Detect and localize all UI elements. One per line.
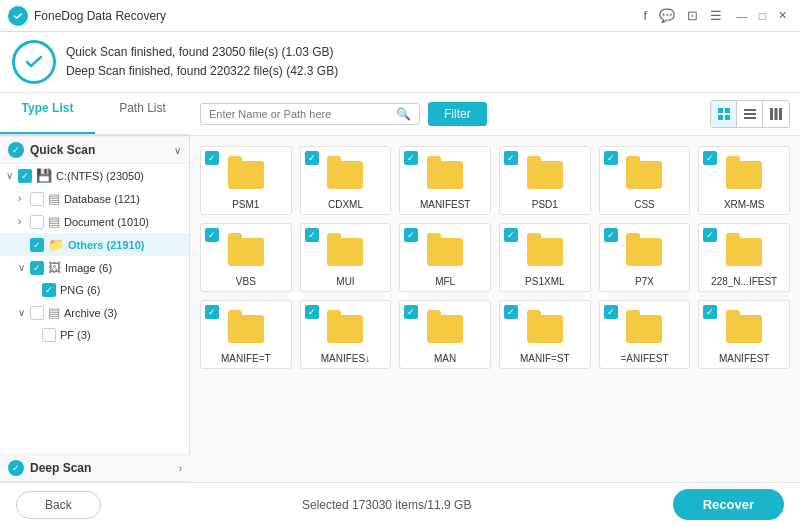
file-checkbox-manifet[interactable]: ✓ (205, 305, 219, 319)
arc-icon: ▤ (48, 305, 60, 320)
file-name-manifst: MANIF=ST (504, 353, 586, 364)
back-button[interactable]: Back (16, 491, 101, 519)
file-item-mfl[interactable]: ✓ MFL (399, 223, 491, 292)
file-item-man[interactable]: ✓ MAN (399, 300, 491, 369)
file-item-ps1xml[interactable]: ✓ PS1XML (499, 223, 591, 292)
tree-item-archive[interactable]: ∨ ▤ Archive (3) (0, 301, 189, 324)
tree-item-database[interactable]: › ▤ Database (121) (0, 187, 189, 210)
view-toggle-group (710, 100, 790, 128)
img-icon: 🖼 (48, 260, 61, 275)
maximize-button[interactable]: □ (752, 6, 772, 26)
file-checkbox-mui[interactable]: ✓ (305, 228, 319, 242)
scan-status-text: Quick Scan finished, found 23050 file(s)… (66, 43, 338, 81)
file-item-manifesdown[interactable]: ✓ MANIFES↓ (300, 300, 392, 369)
tree-label-image: Image (6) (65, 262, 112, 274)
minimize-button[interactable]: — (732, 6, 752, 26)
file-item-228nifest[interactable]: ✓ 228_N...IFEST (698, 223, 790, 292)
facebook-icon[interactable]: f (643, 8, 647, 23)
filter-button[interactable]: Filter (428, 102, 487, 126)
checkbox-image[interactable]: ✓ (30, 261, 44, 275)
bottom-bar: Back Selected 173030 items/11.9 GB Recov… (0, 482, 800, 526)
folder-icon-psm1 (226, 155, 266, 195)
file-checkbox-manifst[interactable]: ✓ (504, 305, 518, 319)
file-item-p7x[interactable]: ✓ P7X (599, 223, 691, 292)
column-view-button[interactable] (763, 101, 789, 127)
file-item-vbs[interactable]: ✓ VBS (200, 223, 292, 292)
tree-item-cntfs[interactable]: ∨ ✓ 💾 C:(NTFS) (23050) (0, 164, 189, 187)
recover-button[interactable]: Recover (673, 489, 784, 520)
checkbox-database[interactable] (30, 192, 44, 206)
deep-scan-label: Deep Scan (30, 461, 179, 475)
folder-icon-manifest1 (425, 155, 465, 195)
file-checkbox-ps1xml[interactable]: ✓ (504, 228, 518, 242)
help-icon[interactable]: ⊡ (687, 8, 698, 23)
folder-icon-vbs (226, 232, 266, 272)
checkbox-archive[interactable] (30, 306, 44, 320)
file-name-psd1: PSD1 (504, 199, 586, 210)
quick-scan-check-icon: ✓ (8, 142, 24, 158)
file-name-psm1: PSM1 (205, 199, 287, 210)
file-checkbox-psd1[interactable]: ✓ (504, 151, 518, 165)
file-checkbox-228nifest[interactable]: ✓ (703, 228, 717, 242)
checkbox-cntfs[interactable]: ✓ (18, 169, 32, 183)
tree-arrow-image: ∨ (18, 262, 30, 273)
checkbox-others[interactable]: ✓ (30, 238, 44, 252)
grid-view-button[interactable] (711, 101, 737, 127)
message-icon[interactable]: 💬 (659, 8, 675, 23)
deep-scan-arrow-icon: › (179, 463, 182, 474)
file-item-mui[interactable]: ✓ MUI (300, 223, 392, 292)
checkbox-document[interactable] (30, 215, 44, 229)
tree-arrow-database: › (18, 193, 30, 204)
file-item-css[interactable]: ✓ CSS (599, 146, 691, 215)
tree-arrow-document: › (18, 216, 30, 227)
file-item-psm1[interactable]: ✓ PSM1 (200, 146, 292, 215)
search-box[interactable]: 🔍 (200, 103, 420, 125)
scan-status-header: Quick Scan finished, found 23050 file(s)… (0, 32, 800, 93)
file-item-xrmms[interactable]: ✓ XRM-MS (698, 146, 790, 215)
file-checkbox-man[interactable]: ✓ (404, 305, 418, 319)
tab-path-list[interactable]: Path List (95, 93, 190, 134)
file-item-psd1[interactable]: ✓ PSD1 (499, 146, 591, 215)
tree-item-png[interactable]: › ✓ PNG (6) (0, 279, 189, 301)
file-name-man: MAN (404, 353, 486, 364)
file-item-minifest[interactable]: ✓ MANIFEST (698, 300, 790, 369)
main-content: ✓ Quick Scan ∨ ∨ ✓ 💾 C:(NTFS) (23050) › … (0, 136, 800, 482)
file-checkbox-minifest[interactable]: ✓ (703, 305, 717, 319)
file-checkbox-manifest1[interactable]: ✓ (404, 151, 418, 165)
folder-icon-manifst (525, 309, 565, 349)
file-checkbox-p7x[interactable]: ✓ (604, 228, 618, 242)
file-checkbox-manifesdown[interactable]: ✓ (305, 305, 319, 319)
tree-label-archive: Archive (3) (64, 307, 117, 319)
db-icon: ▤ (48, 191, 60, 206)
file-item-manifst[interactable]: ✓ MANIF=ST (499, 300, 591, 369)
title-bar-social-icons: f 💬 ⊡ ☰ (643, 8, 722, 23)
file-item-manifet[interactable]: ✓ MANIFE=T (200, 300, 292, 369)
tree-item-image[interactable]: ∨ ✓ 🖼 Image (6) (0, 256, 189, 279)
file-checkbox-css[interactable]: ✓ (604, 151, 618, 165)
file-item-eanifest[interactable]: ✓ =ANIFEST (599, 300, 691, 369)
file-checkbox-eanifest[interactable]: ✓ (604, 305, 618, 319)
file-checkbox-cdxml[interactable]: ✓ (305, 151, 319, 165)
tree-label-pf: PF (3) (60, 329, 91, 341)
file-item-cdxml[interactable]: ✓ CDXML (300, 146, 392, 215)
file-checkbox-psm1[interactable]: ✓ (205, 151, 219, 165)
tree-item-others[interactable]: › ✓ 📁 Others (21910) (0, 233, 189, 256)
checkbox-pf[interactable] (42, 328, 56, 342)
close-button[interactable]: ✕ (772, 6, 792, 26)
search-input[interactable] (209, 108, 396, 120)
menu-icon[interactable]: ☰ (710, 8, 722, 23)
quick-scan-arrow-icon: ∨ (174, 145, 181, 156)
file-checkbox-vbs[interactable]: ✓ (205, 228, 219, 242)
file-item-manifest1[interactable]: ✓ MANIFEST (399, 146, 491, 215)
tree-item-document[interactable]: › ▤ Document (1010) (0, 210, 189, 233)
list-view-button[interactable] (737, 101, 763, 127)
file-name-eanifest: =ANIFEST (604, 353, 686, 364)
checkbox-png[interactable]: ✓ (42, 283, 56, 297)
file-checkbox-xrmms[interactable]: ✓ (703, 151, 717, 165)
file-name-p7x: P7X (604, 276, 686, 287)
file-checkbox-mfl[interactable]: ✓ (404, 228, 418, 242)
tree-item-pf[interactable]: › PF (3) (0, 324, 189, 346)
folder-icon-css (624, 155, 664, 195)
tab-type-list[interactable]: Type List (0, 93, 95, 134)
svg-rect-5 (744, 109, 756, 111)
